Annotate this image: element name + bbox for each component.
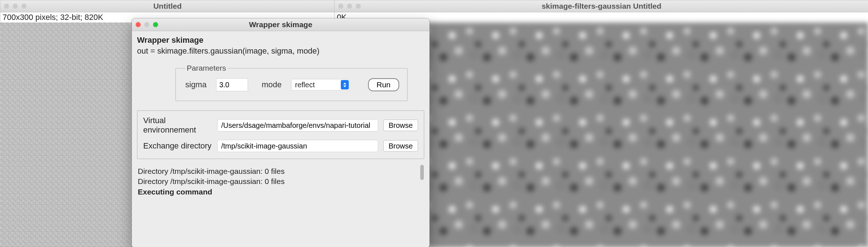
sigma-label: sigma: [185, 80, 207, 89]
window-title: skimage-filters-gaussian Untitled: [542, 2, 661, 11]
log-line: Directory /tmp/scikit-image-gaussian: 0 …: [138, 166, 423, 176]
venv-label: Virtual environnement: [143, 116, 212, 135]
scrollbar-thumb[interactable]: [420, 165, 424, 180]
mode-label: mode: [262, 80, 282, 89]
maximize-icon[interactable]: [356, 4, 361, 9]
dialog-title: Wrapper skimage: [249, 20, 313, 29]
select-stepper-icon: [341, 80, 349, 89]
traffic-lights: [136, 22, 158, 27]
minimize-icon[interactable]: [144, 22, 149, 27]
wrapper-skimage-dialog: Wrapper skimage Wrapper skimage out = sk…: [132, 18, 430, 247]
close-icon[interactable]: [4, 4, 9, 9]
log-line: Executing command: [138, 187, 423, 197]
minimize-icon[interactable]: [347, 4, 352, 9]
mode-select[interactable]: reflect: [291, 79, 350, 91]
maximize-icon[interactable]: [21, 4, 26, 9]
parameters-legend: Parameters: [185, 64, 228, 72]
mode-selected-value: reflect: [295, 81, 315, 89]
titlebar[interactable]: skimage-filters-gaussian Untitled: [335, 0, 868, 12]
titlebar[interactable]: Wrapper skimage: [132, 18, 429, 31]
exchange-label: Exchange directory: [143, 141, 212, 151]
close-icon[interactable]: [338, 4, 343, 9]
venv-input[interactable]: [217, 119, 378, 131]
parameters-fieldset: Parameters sigma mode reflect Run: [175, 64, 408, 101]
paths-fieldset: Virtual environnement Browse Exchange di…: [137, 110, 424, 159]
code-snippet: out = skimage.filters.gaussian(image, si…: [137, 46, 424, 56]
sigma-input[interactable]: [216, 78, 248, 91]
plugin-name: Wrapper skimage: [137, 35, 424, 45]
run-button[interactable]: Run: [368, 78, 399, 91]
close-icon[interactable]: [136, 22, 141, 27]
titlebar[interactable]: Untitled: [0, 0, 335, 12]
log-scrollbar[interactable]: [420, 165, 424, 190]
minimize-icon[interactable]: [13, 4, 18, 9]
traffic-lights: [338, 4, 361, 9]
maximize-icon[interactable]: [153, 22, 158, 27]
venv-browse-button[interactable]: Browse: [383, 120, 418, 131]
log-output[interactable]: Directory /tmp/scikit-image-gaussian: 0 …: [137, 164, 424, 199]
window-title: Untitled: [153, 2, 182, 11]
exchange-input[interactable]: [217, 140, 378, 152]
exchange-browse-button[interactable]: Browse: [383, 140, 418, 152]
traffic-lights: [4, 4, 26, 9]
log-line: Directory /tmp/scikit-image-gaussian: 0 …: [138, 176, 423, 187]
